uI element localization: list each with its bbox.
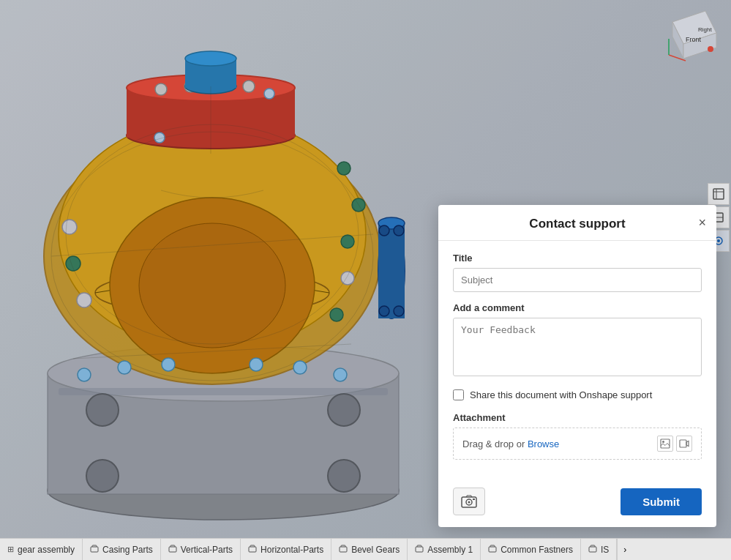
svg-point-71 [468,501,471,504]
tab-icon-gear-assembly: ⊞ [7,545,14,554]
attachment-label: Attachment [453,412,702,423]
svg-rect-73 [91,547,98,552]
tab-icon-is [588,545,597,555]
tab-is[interactable]: IS [581,539,617,560]
tab-label-vertical-parts: Vertical-Parts [181,545,233,555]
tab-casing-parts[interactable]: Casing Parts [83,539,161,560]
contact-support-dialog: Contact support × Title Add a comment Sh… [438,205,716,527]
svg-rect-77 [416,547,423,552]
tab-label-bevel-gears: Bevel Gears [351,545,400,555]
tab-label-gear-assembly: gear assembly [18,545,75,555]
browse-link[interactable]: Browse [528,438,559,449]
close-button[interactable]: × [698,216,706,229]
svg-rect-75 [249,547,256,552]
tab-icon-assembly-1 [415,545,424,555]
tab-vertical-parts[interactable]: Vertical-Parts [161,539,241,560]
dialog-body: Title Add a comment Share this document … [438,241,716,482]
svg-rect-79 [589,547,596,552]
tab-icon-bevel-gears [339,545,348,555]
tab-label-is: IS [601,545,609,555]
svg-rect-68 [680,440,686,447]
tab-icon-casing-parts [90,545,99,555]
svg-rect-72 [473,499,475,500]
tab-common-fastners[interactable]: Common Fastners [481,539,581,560]
title-input[interactable] [453,268,702,292]
tab-assembly-1[interactable]: Assembly 1 [408,539,481,560]
tab-label-common-fastners: Common Fastners [501,545,573,555]
tab-gear-assembly[interactable]: ⊞ gear assembly [0,539,83,560]
tab-icon-vertical-parts [168,545,177,555]
svg-rect-74 [169,547,176,552]
share-checkbox[interactable] [453,389,464,400]
dialog-title: Contact support [529,217,625,231]
tab-label-assembly-1: Assembly 1 [427,545,473,555]
tab-scroll-right[interactable]: › [617,539,632,560]
submit-button[interactable]: Submit [621,488,702,515]
svg-rect-76 [340,547,347,552]
tab-bevel-gears[interactable]: Bevel Gears [331,539,408,560]
video-icon [676,436,692,452]
attachment-icons [657,436,692,452]
title-label: Title [453,253,702,264]
svg-rect-78 [489,547,496,552]
share-label: Share this document with Onshape support [470,389,652,400]
tab-horizontal-parts[interactable]: Horizontal-Parts [241,539,331,560]
tab-label-casing-parts: Casing Parts [102,545,153,555]
svg-point-67 [662,441,664,443]
svg-rect-66 [661,439,670,448]
comment-textarea[interactable] [453,318,702,376]
screenshot-button[interactable] [453,488,485,515]
tab-bar: ⊞ gear assembly Casing Parts Vertical-Pa… [0,538,731,560]
tab-icon-common-fastners [488,545,497,555]
dialog-header: Contact support × [438,205,716,241]
tab-label-horizontal-parts: Horizontal-Parts [260,545,323,555]
image-icon [657,436,673,452]
dialog-footer: Submit [438,482,716,527]
tab-icon-horizontal-parts [248,545,257,555]
drag-drop-text: Drag & drop or Browse [462,438,559,449]
comment-label: Add a comment [453,302,702,313]
attachment-drop-zone[interactable]: Drag & drop or Browse [453,428,702,460]
share-checkbox-row: Share this document with Onshape support [453,389,702,400]
